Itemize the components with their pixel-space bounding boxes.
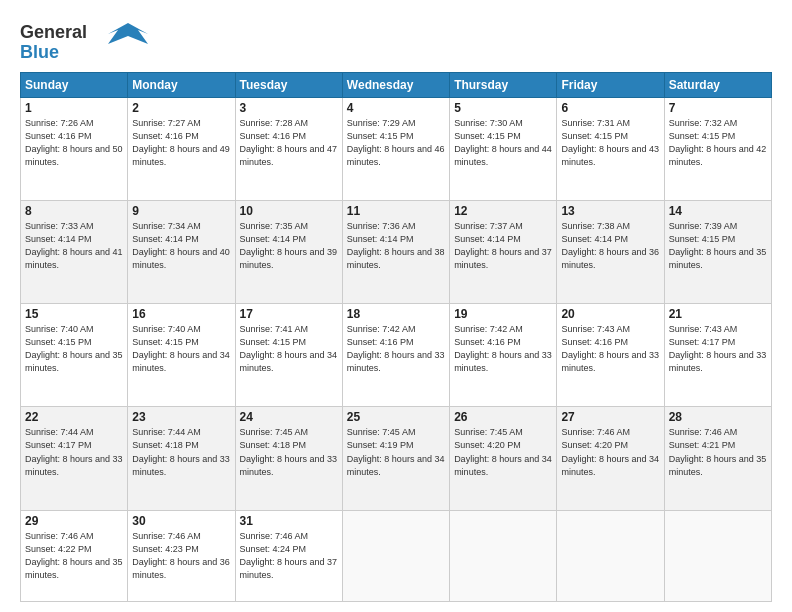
weekday-header-thursday: Thursday <box>450 73 557 98</box>
day-info: Sunrise: 7:32 AMSunset: 4:15 PMDaylight:… <box>669 118 767 167</box>
day-number: 17 <box>240 307 338 321</box>
day-info: Sunrise: 7:45 AMSunset: 4:19 PMDaylight:… <box>347 427 445 476</box>
calendar-cell: 28 Sunrise: 7:46 AMSunset: 4:21 PMDaylig… <box>664 407 771 510</box>
weekday-header-friday: Friday <box>557 73 664 98</box>
calendar-cell: 26 Sunrise: 7:45 AMSunset: 4:20 PMDaylig… <box>450 407 557 510</box>
weekday-header-monday: Monday <box>128 73 235 98</box>
calendar-cell: 8 Sunrise: 7:33 AMSunset: 4:14 PMDayligh… <box>21 201 128 304</box>
calendar-cell: 19 Sunrise: 7:42 AMSunset: 4:16 PMDaylig… <box>450 304 557 407</box>
day-info: Sunrise: 7:33 AMSunset: 4:14 PMDaylight:… <box>25 221 123 270</box>
day-info: Sunrise: 7:37 AMSunset: 4:14 PMDaylight:… <box>454 221 552 270</box>
calendar-cell <box>450 510 557 601</box>
day-number: 4 <box>347 101 445 115</box>
day-info: Sunrise: 7:44 AMSunset: 4:17 PMDaylight:… <box>25 427 123 476</box>
day-number: 19 <box>454 307 552 321</box>
day-number: 5 <box>454 101 552 115</box>
calendar-cell: 4 Sunrise: 7:29 AMSunset: 4:15 PMDayligh… <box>342 98 449 201</box>
day-info: Sunrise: 7:43 AMSunset: 4:17 PMDaylight:… <box>669 324 767 373</box>
calendar-cell <box>342 510 449 601</box>
day-info: Sunrise: 7:43 AMSunset: 4:16 PMDaylight:… <box>561 324 659 373</box>
day-number: 1 <box>25 101 123 115</box>
calendar-cell: 17 Sunrise: 7:41 AMSunset: 4:15 PMDaylig… <box>235 304 342 407</box>
day-info: Sunrise: 7:39 AMSunset: 4:15 PMDaylight:… <box>669 221 767 270</box>
svg-text:Blue: Blue <box>20 42 59 60</box>
day-info: Sunrise: 7:30 AMSunset: 4:15 PMDaylight:… <box>454 118 552 167</box>
day-number: 27 <box>561 410 659 424</box>
calendar-cell: 10 Sunrise: 7:35 AMSunset: 4:14 PMDaylig… <box>235 201 342 304</box>
calendar-cell <box>664 510 771 601</box>
day-info: Sunrise: 7:46 AMSunset: 4:22 PMDaylight:… <box>25 531 123 580</box>
day-number: 31 <box>240 514 338 528</box>
weekday-header-sunday: Sunday <box>21 73 128 98</box>
day-info: Sunrise: 7:31 AMSunset: 4:15 PMDaylight:… <box>561 118 659 167</box>
weekday-header-tuesday: Tuesday <box>235 73 342 98</box>
day-info: Sunrise: 7:45 AMSunset: 4:18 PMDaylight:… <box>240 427 338 476</box>
day-number: 16 <box>132 307 230 321</box>
calendar-cell: 22 Sunrise: 7:44 AMSunset: 4:17 PMDaylig… <box>21 407 128 510</box>
calendar-cell: 14 Sunrise: 7:39 AMSunset: 4:15 PMDaylig… <box>664 201 771 304</box>
day-info: Sunrise: 7:42 AMSunset: 4:16 PMDaylight:… <box>347 324 445 373</box>
day-info: Sunrise: 7:29 AMSunset: 4:15 PMDaylight:… <box>347 118 445 167</box>
calendar-cell: 7 Sunrise: 7:32 AMSunset: 4:15 PMDayligh… <box>664 98 771 201</box>
day-info: Sunrise: 7:45 AMSunset: 4:20 PMDaylight:… <box>454 427 552 476</box>
day-number: 13 <box>561 204 659 218</box>
day-number: 22 <box>25 410 123 424</box>
weekday-header-wednesday: Wednesday <box>342 73 449 98</box>
day-info: Sunrise: 7:34 AMSunset: 4:14 PMDaylight:… <box>132 221 230 270</box>
calendar-cell: 29 Sunrise: 7:46 AMSunset: 4:22 PMDaylig… <box>21 510 128 601</box>
day-info: Sunrise: 7:35 AMSunset: 4:14 PMDaylight:… <box>240 221 338 270</box>
day-number: 21 <box>669 307 767 321</box>
calendar-cell: 16 Sunrise: 7:40 AMSunset: 4:15 PMDaylig… <box>128 304 235 407</box>
calendar-cell: 11 Sunrise: 7:36 AMSunset: 4:14 PMDaylig… <box>342 201 449 304</box>
day-number: 23 <box>132 410 230 424</box>
calendar-cell: 23 Sunrise: 7:44 AMSunset: 4:18 PMDaylig… <box>128 407 235 510</box>
calendar-cell: 12 Sunrise: 7:37 AMSunset: 4:14 PMDaylig… <box>450 201 557 304</box>
logo-svg: General Blue <box>20 18 150 60</box>
weekday-header-row: SundayMondayTuesdayWednesdayThursdayFrid… <box>21 73 772 98</box>
calendar-cell: 31 Sunrise: 7:46 AMSunset: 4:24 PMDaylig… <box>235 510 342 601</box>
week-row-4: 22 Sunrise: 7:44 AMSunset: 4:17 PMDaylig… <box>21 407 772 510</box>
calendar-cell <box>557 510 664 601</box>
day-number: 14 <box>669 204 767 218</box>
day-info: Sunrise: 7:46 AMSunset: 4:21 PMDaylight:… <box>669 427 767 476</box>
calendar-cell: 13 Sunrise: 7:38 AMSunset: 4:14 PMDaylig… <box>557 201 664 304</box>
day-info: Sunrise: 7:38 AMSunset: 4:14 PMDaylight:… <box>561 221 659 270</box>
day-info: Sunrise: 7:26 AMSunset: 4:16 PMDaylight:… <box>25 118 123 167</box>
day-number: 24 <box>240 410 338 424</box>
calendar-cell: 1 Sunrise: 7:26 AMSunset: 4:16 PMDayligh… <box>21 98 128 201</box>
day-number: 12 <box>454 204 552 218</box>
header: General Blue <box>20 18 772 60</box>
day-number: 11 <box>347 204 445 218</box>
calendar-cell: 21 Sunrise: 7:43 AMSunset: 4:17 PMDaylig… <box>664 304 771 407</box>
weekday-header-saturday: Saturday <box>664 73 771 98</box>
day-info: Sunrise: 7:40 AMSunset: 4:15 PMDaylight:… <box>132 324 230 373</box>
day-info: Sunrise: 7:42 AMSunset: 4:16 PMDaylight:… <box>454 324 552 373</box>
calendar-cell: 5 Sunrise: 7:30 AMSunset: 4:15 PMDayligh… <box>450 98 557 201</box>
day-info: Sunrise: 7:41 AMSunset: 4:15 PMDaylight:… <box>240 324 338 373</box>
week-row-5: 29 Sunrise: 7:46 AMSunset: 4:22 PMDaylig… <box>21 510 772 601</box>
svg-marker-2 <box>108 23 148 44</box>
day-info: Sunrise: 7:46 AMSunset: 4:23 PMDaylight:… <box>132 531 230 580</box>
calendar-cell: 18 Sunrise: 7:42 AMSunset: 4:16 PMDaylig… <box>342 304 449 407</box>
day-info: Sunrise: 7:46 AMSunset: 4:20 PMDaylight:… <box>561 427 659 476</box>
day-number: 10 <box>240 204 338 218</box>
calendar-cell: 27 Sunrise: 7:46 AMSunset: 4:20 PMDaylig… <box>557 407 664 510</box>
day-number: 6 <box>561 101 659 115</box>
calendar-cell: 24 Sunrise: 7:45 AMSunset: 4:18 PMDaylig… <box>235 407 342 510</box>
logo: General Blue <box>20 18 150 60</box>
day-number: 29 <box>25 514 123 528</box>
day-number: 20 <box>561 307 659 321</box>
day-number: 8 <box>25 204 123 218</box>
calendar-cell: 25 Sunrise: 7:45 AMSunset: 4:19 PMDaylig… <box>342 407 449 510</box>
page: General Blue SundayMondayTuesdayWednesda… <box>0 0 792 612</box>
day-info: Sunrise: 7:40 AMSunset: 4:15 PMDaylight:… <box>25 324 123 373</box>
day-number: 26 <box>454 410 552 424</box>
calendar-cell: 6 Sunrise: 7:31 AMSunset: 4:15 PMDayligh… <box>557 98 664 201</box>
calendar-cell: 9 Sunrise: 7:34 AMSunset: 4:14 PMDayligh… <box>128 201 235 304</box>
day-number: 9 <box>132 204 230 218</box>
day-number: 30 <box>132 514 230 528</box>
day-number: 28 <box>669 410 767 424</box>
calendar-cell: 15 Sunrise: 7:40 AMSunset: 4:15 PMDaylig… <box>21 304 128 407</box>
day-number: 3 <box>240 101 338 115</box>
week-row-2: 8 Sunrise: 7:33 AMSunset: 4:14 PMDayligh… <box>21 201 772 304</box>
